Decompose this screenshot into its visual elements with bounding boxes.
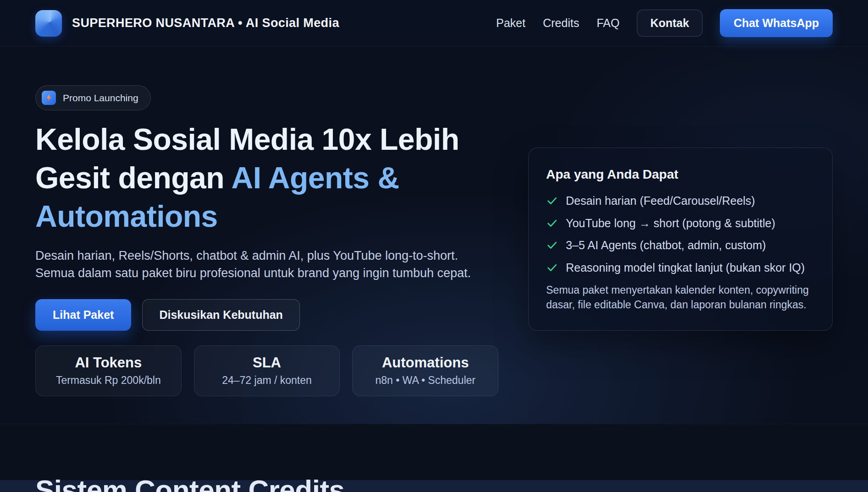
diskusikan-kebutuhan-button[interactable]: Diskusikan Kebutuhan <box>142 299 300 331</box>
check-icon <box>546 195 558 207</box>
stat-subtitle: Termasuk Rp 200k/bln <box>56 374 161 387</box>
nav-link-paket[interactable]: Paket <box>496 16 525 30</box>
superhero-logo-icon <box>35 10 62 37</box>
stat-subtitle: n8n • WA • Scheduler <box>375 374 475 387</box>
cta-row: Lihat Paket Diskusikan Kebutuhan <box>35 299 498 331</box>
brand-name: SUPERHERO NUSANTARA • AI Social Media <box>72 16 339 30</box>
check-icon <box>546 262 558 273</box>
benefit-text: Desain harian (Feed/Carousel/Reels) <box>566 194 755 208</box>
kontak-button[interactable]: Kontak <box>637 10 702 37</box>
benefit-text: Reasoning model tingkat lanjut (bukan sk… <box>566 261 805 275</box>
stat-card-ai-tokens: AI Tokens Termasuk Rp 200k/bln <box>35 345 182 396</box>
check-icon <box>546 217 558 229</box>
main-nav: Paket Credits FAQ Kontak Chat WhatsApp <box>496 9 833 37</box>
benefits-card: Apa yang Anda Dapat Desain harian (Feed/… <box>528 148 833 331</box>
benefit-text: 3–5 AI Agents (chatbot, admin, custom) <box>566 238 766 252</box>
stat-title: Automations <box>382 355 469 371</box>
stat-card-sla: SLA 24–72 jam / konten <box>194 345 340 396</box>
benefit-text: YouTube long → short (potong & subtitle) <box>566 216 775 230</box>
benefits-title: Apa yang Anda Dapat <box>546 167 815 182</box>
lihat-paket-button[interactable]: Lihat Paket <box>35 299 131 331</box>
list-item: Desain harian (Feed/Carousel/Reels) <box>546 194 815 208</box>
nav-link-credits[interactable]: Credits <box>543 16 579 30</box>
section-title: Sistem Content Credits <box>35 474 345 492</box>
content-credits-section: Sistem Content Credits <box>0 424 868 492</box>
promo-badge: Promo Launching <box>35 85 151 110</box>
hero-content: Promo Launching Kelola Sosial Media 10x … <box>35 47 498 396</box>
page: SUPERHERO NUSANTARA • AI Social Media Pa… <box>0 0 868 492</box>
list-item: Reasoning model tingkat lanjut (bukan sk… <box>546 261 815 275</box>
benefits-note: Semua paket menyertakan kalender konten,… <box>546 283 815 312</box>
hero-section: Promo Launching Kelola Sosial Media 10x … <box>0 47 868 424</box>
top-navigation-bar: SUPERHERO NUSANTARA • AI Social Media Pa… <box>0 0 868 47</box>
stat-title: SLA <box>253 355 281 371</box>
lightning-bolt-icon <box>42 91 56 105</box>
brand: SUPERHERO NUSANTARA • AI Social Media <box>35 10 339 37</box>
hero-heading: Kelola Sosial Media 10x Lebih Gesit deng… <box>35 120 496 235</box>
stat-title: AI Tokens <box>75 355 142 371</box>
chat-whatsapp-button[interactable]: Chat WhatsApp <box>720 9 833 37</box>
stat-subtitle: 24–72 jam / konten <box>222 374 312 387</box>
list-item: 3–5 AI Agents (chatbot, admin, custom) <box>546 238 815 252</box>
stats-row: AI Tokens Termasuk Rp 200k/bln SLA 24–72… <box>35 345 498 396</box>
benefits-list: Desain harian (Feed/Carousel/Reels) YouT… <box>546 194 815 274</box>
hero-paragraph: Desain harian, Reels/Shorts, chatbot & a… <box>35 247 479 282</box>
check-icon <box>546 239 558 251</box>
nav-link-faq[interactable]: FAQ <box>597 16 619 30</box>
stat-card-automations: Automations n8n • WA • Scheduler <box>352 345 498 396</box>
promo-badge-label: Promo Launching <box>63 93 138 104</box>
list-item: YouTube long → short (potong & subtitle) <box>546 216 815 230</box>
